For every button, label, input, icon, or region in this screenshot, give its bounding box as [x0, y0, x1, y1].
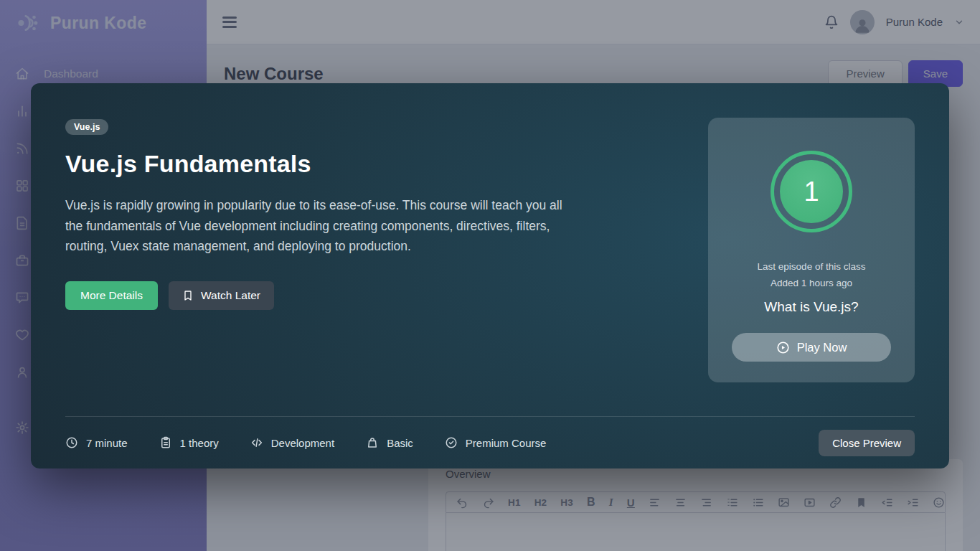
- episode-caption: Last episode of this class: [708, 261, 915, 272]
- meta-premium: Premium Course: [445, 436, 547, 449]
- clipboard-icon: [159, 436, 172, 449]
- meta-level: Basic: [366, 436, 413, 449]
- code-icon: [250, 436, 263, 449]
- meta-theory-label: 1 theory: [180, 437, 219, 449]
- meta-level-label: Basic: [387, 437, 413, 449]
- episode-title: What is Vue.js?: [708, 299, 915, 315]
- modal-footer: 7 minute 1 theory Development Basic Prem…: [65, 416, 915, 468]
- meta-premium-label: Premium Course: [466, 437, 547, 449]
- episode-number: 1: [780, 160, 843, 223]
- bag-icon: [366, 436, 379, 449]
- episode-added-time: Added 1 hours ago: [708, 278, 915, 288]
- episode-number-ring: 1: [771, 151, 852, 232]
- course-preview-modal: Vue.js Vue.js Fundamentals Vue.js is rap…: [31, 83, 949, 468]
- course-description: Vue.js is rapidly growing in popularity …: [65, 195, 567, 257]
- play-now-button[interactable]: Play Now: [732, 333, 891, 362]
- bookmark-icon: [182, 290, 194, 301]
- watch-later-button[interactable]: Watch Later: [169, 281, 274, 310]
- meta-category: Development: [250, 436, 334, 449]
- episode-card: 1 Last episode of this class Added 1 hou…: [708, 118, 915, 382]
- watch-later-label: Watch Later: [201, 289, 260, 302]
- clock-icon: [65, 436, 78, 449]
- meta-duration-label: 7 minute: [86, 437, 128, 449]
- play-now-label: Play Now: [797, 341, 847, 354]
- play-circle-icon: [776, 341, 790, 354]
- course-meta-list: 7 minute 1 theory Development Basic Prem…: [65, 436, 546, 449]
- meta-duration: 7 minute: [65, 436, 128, 449]
- more-details-button[interactable]: More Details: [65, 281, 158, 310]
- course-category-badge: Vue.js: [65, 119, 108, 135]
- meta-theory: 1 theory: [159, 436, 219, 449]
- badge-check-icon: [445, 436, 458, 449]
- meta-category-label: Development: [271, 437, 334, 449]
- close-preview-button[interactable]: Close Preview: [819, 430, 915, 456]
